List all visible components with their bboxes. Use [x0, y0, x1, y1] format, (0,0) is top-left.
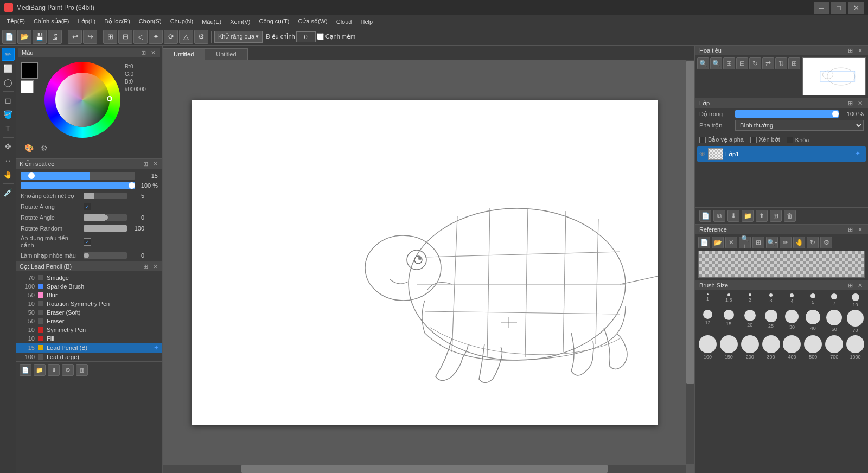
list-item[interactable]: 50 Eraser	[16, 317, 162, 325]
toolbar-snap1[interactable]: ⊞	[103, 30, 117, 44]
toolbar-save[interactable]: 💾	[33, 30, 47, 44]
canvas-tab-2[interactable]: Untitled	[205, 48, 247, 60]
brush-folder-button[interactable]: 📁	[34, 364, 46, 376]
brush-download-button[interactable]: ⬇	[48, 364, 60, 376]
ref-refresh-button[interactable]: ↻	[807, 237, 819, 248]
nav-grid[interactable]: ⊞	[788, 57, 800, 69]
brushsize-15b[interactable]: 15	[719, 310, 738, 333]
layer-import-button[interactable]: ⬆	[756, 210, 768, 222]
list-item[interactable]: 10 Fill	[16, 334, 162, 343]
tool-eraser[interactable]: ◻	[2, 94, 15, 107]
brushsize-20[interactable]: 20	[741, 310, 760, 333]
maximize-button[interactable]: □	[831, 2, 846, 14]
navigator-close[interactable]: ✕	[856, 47, 864, 54]
layer-folder-button[interactable]: 📁	[742, 210, 754, 222]
brushsize-30[interactable]: 30	[783, 310, 802, 333]
menu-cloud[interactable]: Cloud	[332, 17, 356, 26]
nav-fit[interactable]: ⊞	[723, 57, 735, 69]
list-item[interactable]: 10 Rotation Symmetry Pen	[16, 299, 162, 308]
layer-lock-checkbox[interactable]	[787, 137, 793, 143]
canvas-vertical-scrollbar[interactable]	[686, 60, 694, 464]
tool-fill[interactable]: 🪣	[2, 108, 15, 121]
brushsize-2[interactable]: 2	[741, 293, 760, 308]
reference-close[interactable]: ✕	[856, 226, 864, 233]
ref-zoom-in-button[interactable]: 🔍+	[739, 237, 751, 248]
layer-protect-alpha-checkbox[interactable]	[699, 137, 706, 143]
toolbar-print[interactable]: 🖨	[48, 30, 62, 44]
list-item[interactable]: 100 Sparkle Brush	[16, 282, 162, 291]
brushsize-300[interactable]: 300	[762, 335, 781, 360]
brush-control-close[interactable]: ✕	[151, 160, 159, 168]
menu-file[interactable]: Tệp(F)	[2, 17, 29, 26]
canvas-horizontal-scrollbar[interactable]	[163, 465, 686, 473]
brushsize-1000[interactable]: 1000	[846, 335, 865, 360]
toolbar-adjust-input[interactable]	[296, 31, 316, 42]
brushsize-7[interactable]: 7	[825, 293, 844, 308]
list-item-active[interactable]: 15 Lead Pencil (B) ✦	[16, 343, 162, 353]
layer-visibility-icon[interactable]: 👁	[699, 150, 706, 158]
brush-list-close[interactable]: ✕	[151, 263, 159, 270]
color-wheel-inner[interactable]	[55, 73, 110, 127]
toolbar-softedge-checkbox[interactable]	[317, 33, 324, 40]
tool-brush[interactable]: ✏	[2, 48, 15, 61]
brush-control-expand[interactable]: ⊞	[142, 160, 149, 168]
list-item[interactable]: 50 Blur	[16, 291, 162, 299]
nav-actual[interactable]: ⊟	[736, 57, 748, 69]
layer-expand[interactable]: ⊞	[846, 99, 854, 107]
layer-down-button[interactable]: ⬇	[727, 210, 739, 222]
brushsize-4[interactable]: 4	[783, 293, 802, 308]
list-item[interactable]: 50 Eraser (Soft)	[16, 308, 162, 317]
tool-eyedropper[interactable]: 💉	[2, 186, 15, 199]
brushsize-3[interactable]: 3	[762, 293, 781, 308]
ref-zoom-out-button[interactable]: 🔍-	[766, 237, 778, 248]
list-item[interactable]: 100 Leaf (Large)	[16, 353, 162, 361]
layer-copy-button[interactable]: ⧉	[713, 210, 725, 222]
toolbar-snap2[interactable]: ⊟	[118, 30, 132, 44]
drawing-canvas[interactable]: hoc3ajoy.com	[192, 100, 658, 425]
nav-flip-h[interactable]: ⇄	[762, 57, 774, 69]
canvas-tab-1[interactable]: Untitled	[163, 48, 205, 60]
toolbar-snap5[interactable]: ⟳	[164, 30, 178, 44]
ref-pen-button[interactable]: ✏	[780, 237, 792, 248]
navigator-expand[interactable]: ⊞	[846, 47, 854, 54]
brushsize-70[interactable]: 70	[846, 310, 865, 333]
brush-add-button[interactable]: 📄	[20, 364, 31, 376]
reference-expand[interactable]: ⊞	[846, 226, 854, 233]
ref-close-button[interactable]: ✕	[725, 237, 737, 248]
canvas-viewport[interactable]: hoc3ajoy.com	[163, 60, 694, 473]
toolbar-snap3[interactable]: ◁	[133, 30, 148, 44]
tool-text[interactable]: T	[2, 122, 15, 135]
toolbar-snap4[interactable]: ✦	[149, 30, 163, 44]
brush-size-slider[interactable]	[21, 172, 135, 180]
brush-settings-button[interactable]: ⚙	[62, 364, 74, 376]
menu-window[interactable]: Cửa số(W)	[293, 17, 331, 26]
ref-open-button[interactable]: 📂	[712, 237, 724, 248]
toolbar-undo[interactable]: ↩	[68, 30, 82, 44]
brush-delete-button[interactable]: 🗑	[76, 364, 88, 376]
menu-help[interactable]: Help	[356, 17, 377, 26]
list-item[interactable]: 10 Symmetry Pen	[16, 325, 162, 334]
menu-color[interactable]: Màu(E)	[197, 17, 226, 26]
toolbar-open[interactable]: 📂	[17, 30, 31, 44]
layer-settings-icon[interactable]: ✦	[855, 150, 864, 158]
brush-rotate-angle-slider[interactable]	[84, 214, 127, 221]
toolbar-new[interactable]: 📄	[2, 30, 16, 44]
layer-blend-select[interactable]: Bình thường	[735, 120, 864, 131]
brushsize-150[interactable]: 150	[719, 335, 738, 360]
brushsize-700[interactable]: 700	[825, 335, 844, 360]
brushsize-close[interactable]: ✕	[856, 282, 864, 289]
close-button[interactable]: ✕	[848, 2, 864, 14]
brush-opacity-slider[interactable]	[21, 182, 135, 189]
ref-hand-button[interactable]: 🤚	[793, 237, 805, 248]
tool-select-ellipse[interactable]: ◯	[2, 76, 15, 89]
background-color-swatch[interactable]	[21, 80, 34, 93]
layer-new-button[interactable]: 📄	[699, 210, 711, 222]
brushsize-500[interactable]: 500	[803, 335, 822, 360]
brushsize-5[interactable]: 5	[803, 293, 822, 308]
brushsize-40[interactable]: 40	[803, 310, 822, 333]
brushsize-200[interactable]: 200	[741, 335, 760, 360]
menu-filter[interactable]: Bộ lọc(R)	[100, 17, 135, 26]
brushsize-400[interactable]: 400	[783, 335, 802, 360]
nav-rotate-cw[interactable]: ↻	[749, 57, 761, 69]
toolbar-redo[interactable]: ↪	[83, 30, 97, 44]
